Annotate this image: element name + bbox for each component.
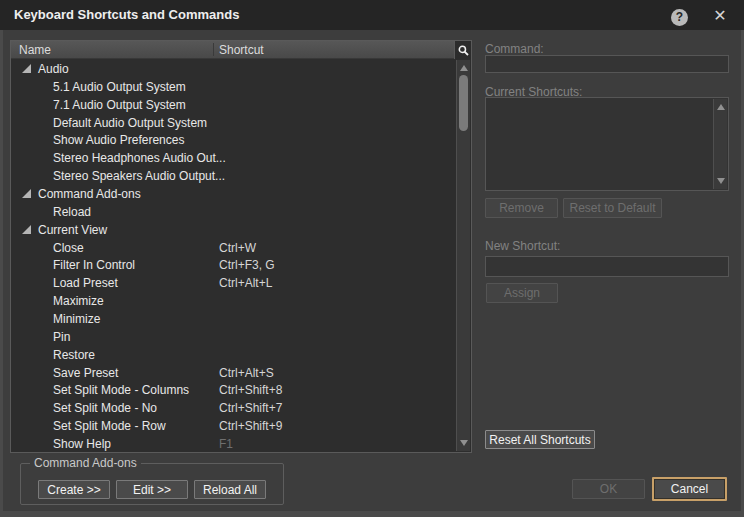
- tree-row-label: Command Add-ons: [38, 187, 141, 201]
- tree-row[interactable]: Filter In Control Ctrl+F3, G: [11, 256, 456, 274]
- scroll-up-icon[interactable]: [460, 65, 468, 71]
- tree-scrollbar[interactable]: [456, 60, 470, 451]
- tree-row-label: Default Audio Output System: [11, 116, 207, 130]
- help-icon[interactable]: ?: [671, 9, 688, 26]
- tree-row[interactable]: Close Ctrl+W: [11, 239, 456, 257]
- tree-row-label: Show Help: [11, 437, 111, 451]
- tree-row[interactable]: Save Preset Ctrl+Alt+S: [11, 364, 456, 382]
- tree-row-label: 7.1 Audio Output System: [11, 98, 186, 112]
- tree-rows: Audio 5.1 Audio Output System 7.1 Audio …: [11, 60, 456, 451]
- tree-row-label: Set Split Mode - No: [11, 401, 157, 415]
- column-header-shortcut[interactable]: Shortcut: [219, 41, 264, 59]
- tree-row-label: Stereo Speakers Audio Output...: [11, 169, 225, 183]
- tree-expand-icon[interactable]: [22, 225, 31, 234]
- tree-row-shortcut: Ctrl+F3, G: [219, 258, 275, 272]
- tree-row-label: 5.1 Audio Output System: [11, 80, 186, 94]
- scroll-up-icon[interactable]: [717, 104, 725, 110]
- tree-row[interactable]: Current View: [11, 221, 456, 239]
- tree-row[interactable]: Minimize: [11, 310, 456, 328]
- shortcuts-list-scrollbar[interactable]: [713, 99, 727, 189]
- tree-row[interactable]: Set Split Mode - No Ctrl+Shift+7: [11, 399, 456, 417]
- tree-row-label: Close: [11, 241, 84, 255]
- command-label: Command:: [485, 42, 544, 56]
- tree-row[interactable]: 7.1 Audio Output System: [11, 96, 456, 114]
- tree-row-label: Stereo Headphones Audio Out...: [11, 151, 226, 165]
- tree-row[interactable]: Restore: [11, 346, 456, 364]
- tree-row-label: Set Split Mode - Row: [11, 419, 166, 433]
- create-button[interactable]: Create >>: [38, 480, 110, 499]
- tree-row-label: Show Audio Preferences: [11, 133, 184, 147]
- ok-button[interactable]: OK: [572, 479, 645, 499]
- column-divider: [213, 43, 214, 56]
- tree-row-shortcut: Ctrl+W: [219, 241, 256, 255]
- title-bar: Keyboard Shortcuts and Commands ? ✕: [0, 0, 744, 30]
- tree-row[interactable]: Show Audio Preferences: [11, 131, 456, 149]
- window-frame-left: [0, 30, 3, 517]
- tree-row[interactable]: 5.1 Audio Output System: [11, 78, 456, 96]
- tree-row[interactable]: Reload: [11, 203, 456, 221]
- current-shortcuts-list[interactable]: [485, 97, 729, 191]
- tree-row[interactable]: Stereo Speakers Audio Output...: [11, 167, 456, 185]
- tree-row-label: Restore: [11, 348, 95, 362]
- tree-row[interactable]: Audio: [11, 60, 456, 78]
- remove-button[interactable]: Remove: [485, 198, 558, 218]
- tree-row-shortcut: F1: [219, 437, 233, 451]
- tree-row-label: Current View: [38, 223, 107, 237]
- dialog-title: Keyboard Shortcuts and Commands: [14, 0, 239, 30]
- command-input[interactable]: [485, 55, 729, 73]
- tree-row-label: Save Preset: [11, 366, 118, 380]
- tree-row-label: Maximize: [11, 294, 104, 308]
- scroll-thumb[interactable]: [459, 75, 468, 131]
- reset-to-default-button[interactable]: Reset to Default: [563, 198, 662, 218]
- tree-row-label: Reload: [11, 205, 91, 219]
- tree-row[interactable]: Pin: [11, 328, 456, 346]
- search-icon[interactable]: [454, 41, 471, 59]
- close-icon[interactable]: ✕: [708, 6, 732, 26]
- command-addons-group: Command Add-ons Create >> Edit >> Reload…: [20, 463, 284, 505]
- new-shortcut-input[interactable]: [485, 256, 729, 277]
- tree-row-label: Filter In Control: [11, 258, 135, 272]
- cancel-button[interactable]: Cancel: [652, 477, 727, 501]
- tree-row[interactable]: Set Split Mode - Columns Ctrl+Shift+8: [11, 381, 456, 399]
- new-shortcut-label: New Shortcut:: [485, 239, 560, 253]
- tree-row-shortcut: Ctrl+Alt+L: [219, 276, 272, 290]
- command-addons-group-title: Command Add-ons: [30, 456, 141, 470]
- column-header-name[interactable]: Name: [19, 41, 51, 59]
- tree-row[interactable]: Stereo Headphones Audio Out...: [11, 149, 456, 167]
- tree-row-label: Audio: [38, 62, 69, 76]
- reset-all-shortcuts-button[interactable]: Reset All Shortcuts: [485, 430, 595, 449]
- tree-row-shortcut: Ctrl+Shift+7: [219, 401, 282, 415]
- tree-row-shortcut: Ctrl+Alt+S: [219, 366, 274, 380]
- window-frame-bottom: [0, 511, 744, 517]
- tree-header: Name Shortcut: [11, 41, 471, 59]
- command-tree: Name Shortcut Audio 5.1 Audio Output Sys…: [10, 40, 472, 453]
- tree-row[interactable]: Set Split Mode - Row Ctrl+Shift+9: [11, 417, 456, 435]
- tree-row[interactable]: Maximize: [11, 292, 456, 310]
- scroll-down-icon[interactable]: [717, 178, 725, 184]
- tree-row-label: Load Preset: [11, 276, 118, 290]
- tree-row[interactable]: Load Preset Ctrl+Alt+L: [11, 274, 456, 292]
- tree-row[interactable]: Default Audio Output System: [11, 114, 456, 132]
- tree-row-label: Pin: [11, 330, 70, 344]
- assign-button[interactable]: Assign: [486, 283, 558, 303]
- tree-row[interactable]: Show Help F1: [11, 435, 456, 451]
- scroll-down-icon[interactable]: [460, 440, 468, 446]
- edit-button[interactable]: Edit >>: [116, 480, 188, 499]
- tree-row-label: Set Split Mode - Columns: [11, 383, 189, 397]
- tree-row-label: Minimize: [11, 312, 100, 326]
- tree-row-shortcut: Ctrl+Shift+9: [219, 419, 282, 433]
- reload-all-button[interactable]: Reload All: [194, 480, 266, 499]
- keyboard-shortcuts-dialog: Keyboard Shortcuts and Commands ? ✕ Name…: [0, 0, 744, 517]
- tree-row[interactable]: Command Add-ons: [11, 185, 456, 203]
- tree-row-shortcut: Ctrl+Shift+8: [219, 383, 282, 397]
- tree-expand-icon[interactable]: [22, 189, 31, 198]
- tree-expand-icon[interactable]: [22, 64, 31, 73]
